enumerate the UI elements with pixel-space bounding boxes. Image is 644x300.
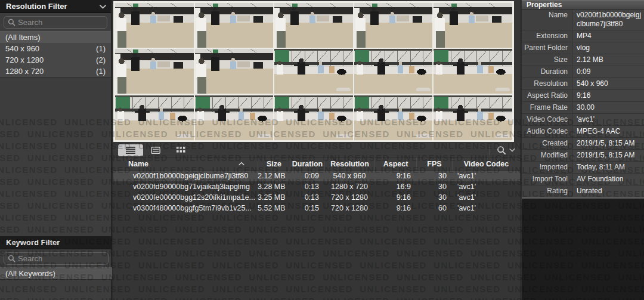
properties-header: Properties: [522, 0, 644, 10]
property-value: 2.12 MB: [572, 54, 644, 66]
cell-aspect: 9:16: [374, 172, 416, 180]
resolution-filter-item[interactable]: 720 x 1280(2): [0, 54, 111, 66]
property-row: Namev0200f1b0000bgeigjclbume7ji3tf80: [522, 10, 644, 30]
app-window: Resolution Filter (All Items)540 x 960(1…: [0, 0, 644, 300]
chevron-down-icon[interactable]: [509, 148, 515, 152]
resolution-search[interactable]: [4, 16, 107, 29]
property-row: Video Codec'avc1': [522, 114, 644, 126]
cell-duration: 0:15: [290, 204, 324, 212]
property-row: Frame Rate30.00: [522, 102, 644, 114]
resolution-filter-item[interactable]: 1280 x 720(1): [0, 66, 111, 77]
properties-list: Namev0200f1b0000bgeigjclbume7ji3tf80Exte…: [522, 10, 644, 197]
search-icon: [8, 18, 16, 26]
property-label: Video Codec: [522, 114, 572, 125]
cell-size: 5.52 MB: [258, 204, 290, 212]
resolution-filter-item-count: (1): [96, 44, 106, 53]
property-value: 9:16: [572, 90, 644, 101]
resolution-filter-item[interactable]: 540 x 960(1): [0, 43, 111, 54]
video-thumbnail[interactable]: [195, 95, 274, 140]
table-row[interactable]: v0200fe00000bgg12s20ifki1mpa1e...3.25 MB…: [113, 192, 520, 203]
property-value: 2019/1/5, 8:15 AM: [572, 138, 644, 149]
keyword-filter-title: Keyword Filter: [6, 238, 60, 247]
resolution-search-input[interactable]: [18, 18, 103, 27]
video-thumbnail[interactable]: [274, 3, 353, 48]
column-header-name[interactable]: Name: [113, 160, 258, 168]
video-thumbnail[interactable]: [434, 3, 512, 48]
property-label: Aspect Ratio: [522, 90, 572, 101]
cell-resolution: 540 x 960: [324, 172, 374, 180]
property-value: vlog: [572, 42, 644, 54]
keyword-search[interactable]: [4, 252, 109, 265]
property-label: Resolution: [522, 78, 572, 89]
video-thumbnail[interactable]: [434, 49, 512, 94]
property-value: 0:09: [572, 66, 644, 78]
property-label: Frame Rate: [522, 102, 572, 113]
column-header-size[interactable]: Size: [258, 157, 290, 170]
table-body: v0200f1b0000bgeigjclbume7ji3tf802.12 MB0…: [113, 171, 520, 214]
column-header-resolution[interactable]: Resolution: [324, 157, 374, 170]
cell-fps: 60: [416, 204, 452, 212]
keyword-search-input[interactable]: [18, 254, 104, 263]
video-thumbnail[interactable]: [115, 3, 194, 48]
column-header-aspect[interactable]: Aspect: [374, 157, 416, 170]
column-header-codec[interactable]: Video Codec: [452, 157, 520, 170]
video-thumbnail[interactable]: [115, 49, 194, 94]
cell-aspect: 9:16: [374, 204, 416, 212]
keyword-filter-list: (All Keywords): [0, 267, 112, 280]
resolution-filter-item-count: (1): [96, 67, 106, 76]
keyword-filter-header[interactable]: Keyword Filter: [0, 236, 112, 249]
video-thumbnail[interactable]: [354, 95, 433, 140]
property-label: Import Tool: [522, 174, 572, 185]
property-row: Aspect Ratio9:16: [522, 90, 644, 102]
property-label: Audio Codec: [522, 126, 572, 137]
cell-resolution: 720 x 1280: [324, 204, 374, 212]
cell-fps: 30: [416, 193, 452, 202]
resolution-filter-item[interactable]: (All Items): [0, 32, 111, 43]
property-row: Duration0:09: [522, 66, 644, 78]
comments-area[interactable]: [522, 199, 644, 300]
cell-codec: 'avc1': [452, 183, 520, 191]
property-row: Parent Foldervlog: [522, 42, 644, 54]
table-row[interactable]: v0200f1b0000bgeigjclbume7ji3tf802.12 MB0…: [113, 171, 520, 181]
thumbnail-grid: [113, 1, 514, 142]
cell-codec: 'avc1': [452, 172, 520, 180]
video-thumbnail[interactable]: [195, 3, 274, 48]
detail-view-button[interactable]: [143, 144, 168, 156]
property-value: AV Foundation: [572, 174, 644, 185]
search-icon[interactable]: [497, 146, 506, 155]
table-header: Name Size Duration Resolution Aspect FPS…: [113, 157, 520, 171]
property-value: MP4: [572, 30, 644, 42]
video-thumbnail[interactable]: [115, 95, 194, 140]
video-thumbnail[interactable]: [274, 49, 353, 94]
cell-fps: 30: [416, 183, 452, 191]
property-value: 540 x 960: [572, 78, 644, 89]
property-row: Import ToolAV Foundation: [522, 174, 644, 185]
grid-view-icon: [177, 147, 185, 153]
property-value: 'avc1': [572, 114, 644, 125]
video-thumbnail[interactable]: [195, 49, 274, 94]
properties-panel: Properties Namev0200f1b0000bgeigjclbume7…: [522, 0, 644, 300]
property-value: 30.00: [572, 102, 644, 113]
resolution-filter-header[interactable]: Resolution Filter: [0, 0, 111, 13]
table-row[interactable]: v0200fd90000bg71vjaikatj3lapglmg3.28 MB0…: [113, 181, 520, 192]
video-thumbnail[interactable]: [354, 3, 433, 48]
chevron-down-icon[interactable]: [100, 4, 106, 9]
resolution-filter-item-label: 540 x 960: [5, 44, 39, 53]
video-thumbnail[interactable]: [274, 95, 353, 140]
table-row[interactable]: v0300f480000bggfg5tm7i9vb1v25...5.52 MB0…: [113, 203, 520, 214]
video-thumbnail[interactable]: [434, 95, 512, 140]
grid-view-button[interactable]: [168, 144, 193, 156]
resolution-filter-item-label: 720 x 1280: [5, 55, 44, 64]
property-row: RatingUnrated: [522, 185, 644, 197]
cell-codec: 'avc1': [452, 193, 520, 202]
cell-name: v0300f480000bggfg5tm7i9vb1v25...: [128, 204, 258, 212]
cell-duration: 0:13: [290, 183, 324, 191]
video-thumbnail[interactable]: [354, 49, 433, 94]
resolution-filter-item-count: (2): [96, 55, 106, 64]
column-header-fps[interactable]: FPS: [416, 157, 452, 170]
column-header-duration[interactable]: Duration: [290, 157, 324, 170]
cell-aspect: 9:16: [374, 193, 416, 202]
properties-title: Properties: [527, 1, 562, 9]
keyword-filter-item[interactable]: (All Keywords): [0, 268, 112, 279]
list-view-button[interactable]: [118, 144, 143, 156]
